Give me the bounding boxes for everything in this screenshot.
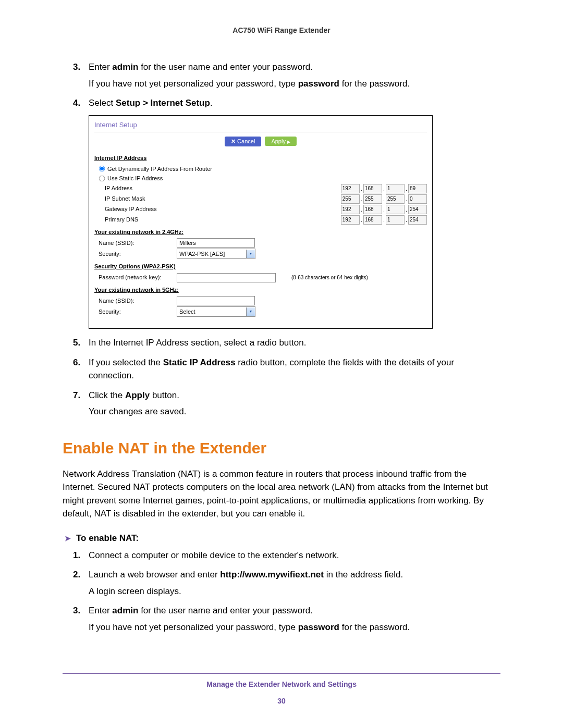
text: Select <box>89 98 116 108</box>
octet[interactable]: 254 <box>408 205 427 214</box>
nat-step-3: 3. Enter admin for the user name and ent… <box>73 604 500 634</box>
step-number: 5. <box>73 336 80 350</box>
step-6: 6. If you selected the Static IP Address… <box>73 356 500 382</box>
procedure-lead: ➤To enable NAT: <box>65 533 500 544</box>
button-label: Cancel <box>237 138 255 144</box>
password-input[interactable] <box>177 273 276 282</box>
chevron-down-icon: ▾ <box>246 250 255 258</box>
text-bold: admin <box>112 606 138 615</box>
triangle-bullet-icon: ➤ <box>65 534 71 542</box>
close-icon: ✕ <box>231 138 236 144</box>
section-header-secopts: Security Options (WPA2-PSK) <box>94 262 427 271</box>
select-value: Select <box>179 307 195 316</box>
text-bold: password <box>298 79 339 89</box>
section-heading-enable-nat: Enable NAT in the Extender <box>63 439 500 457</box>
text: Enter <box>89 606 112 615</box>
text-bold: http://www.mywifiext.net <box>220 570 324 579</box>
step-number: 6. <box>73 356 80 369</box>
octet[interactable]: 254 <box>408 215 427 225</box>
step-note: A login screen displays. <box>89 585 500 598</box>
octet[interactable]: 0 <box>408 194 427 204</box>
internet-setup-screenshot: Internet Setup ✕Cancel Apply▶ Internet I… <box>89 115 433 329</box>
label-subnet-mask: IP Subnet Mask <box>105 194 183 203</box>
radio-label: Use Static IP Address <box>107 174 163 183</box>
octet[interactable]: 89 <box>408 184 427 193</box>
label-ssid-5: Name (SSID): <box>99 297 177 305</box>
divider <box>94 132 427 132</box>
section-header-5ghz: Your existing network in 5GHz: <box>94 286 427 294</box>
octet[interactable]: 192 <box>341 184 360 193</box>
octet[interactable]: 1 <box>386 215 405 225</box>
text: for the password. <box>339 79 410 89</box>
text: Enter <box>89 62 112 72</box>
nat-step-1: 1. Connect a computer or mobile device t… <box>73 549 500 562</box>
step-note: Your changes are saved. <box>89 405 500 418</box>
step-number: 2. <box>73 568 80 582</box>
ssid-24-input[interactable] <box>177 238 255 248</box>
text: If you selected the <box>89 357 163 367</box>
subnet-mask-field[interactable]: 255. 255. 255. 0 <box>341 194 427 204</box>
step-number: 7. <box>73 389 80 402</box>
step-note: If you have not yet personalized your pa… <box>89 621 500 634</box>
octet[interactable]: 255 <box>386 194 405 204</box>
button-label: Apply <box>271 138 286 144</box>
octet[interactable]: 168 <box>363 205 382 214</box>
text: in the address field. <box>324 570 403 579</box>
text: button. <box>150 390 179 400</box>
radio-label: Get Dynamically IP Address From Router <box>107 165 212 174</box>
octet[interactable]: 255 <box>363 194 382 204</box>
chevron-down-icon: ▾ <box>246 307 255 316</box>
page-footer: Manage the Extender Network and Settings… <box>63 673 500 705</box>
text: for the user name and enter your passwor… <box>138 62 313 72</box>
text: In the Internet IP Address section, sele… <box>89 338 306 348</box>
text-bold: Apply <box>125 390 150 400</box>
apply-button[interactable]: Apply▶ <box>265 137 297 146</box>
octet[interactable]: 1 <box>386 205 405 214</box>
section-header-24ghz: Your existing network in 2.4GHz: <box>94 228 427 237</box>
ssid-5-input[interactable] <box>177 296 255 305</box>
text: Click the <box>89 390 125 400</box>
step-5: 5. In the Internet IP Address section, s… <box>73 336 500 350</box>
radio-dynamic-ip[interactable] <box>99 166 105 172</box>
text: If you have not yet personalized your pa… <box>89 622 298 632</box>
text-bold: password <box>298 622 339 632</box>
panel-title: Internet Setup <box>94 120 427 130</box>
label-primary-dns: Primary DNS <box>105 215 183 224</box>
gateway-field[interactable]: 192. 168. 1. 254 <box>341 205 427 214</box>
text: Launch a web browser and enter <box>89 570 220 579</box>
step-number: 3. <box>73 60 80 74</box>
text: for the user name and enter your passwor… <box>138 606 313 615</box>
document-header: AC750 WiFi Range Extender <box>63 26 500 34</box>
step-number: 3. <box>73 604 80 618</box>
octet[interactable]: 168 <box>363 215 382 225</box>
octet[interactable]: 192 <box>341 215 360 225</box>
step-3: 3. Enter admin for the user name and ent… <box>73 60 500 90</box>
cancel-button[interactable]: ✕Cancel <box>225 137 261 146</box>
text: If you have not yet personalized your pa… <box>89 79 298 89</box>
security-5-select[interactable]: Select ▾ <box>177 306 255 317</box>
label-gateway: Gateway IP Address <box>105 205 183 214</box>
radio-static-ip[interactable] <box>99 175 105 181</box>
step-note: If you have not yet personalized your pa… <box>89 77 500 91</box>
text: for the password. <box>339 622 410 632</box>
section-header-ip: Internet IP Address <box>94 154 427 163</box>
password-hint: (8-63 characters or 64 hex digits) <box>291 274 368 281</box>
text-bold: To enable NAT: <box>76 533 139 543</box>
label-security-5: Security: <box>99 307 177 316</box>
text-bold: Setup > Internet Setup <box>116 98 210 108</box>
security-24-select[interactable]: WPA2-PSK [AES] ▾ <box>177 249 255 259</box>
label-ssid-24: Name (SSID): <box>99 239 177 248</box>
octet[interactable]: 1 <box>386 184 405 193</box>
primary-dns-field[interactable]: 192. 168. 1. 254 <box>341 215 427 225</box>
ip-address-field[interactable]: 192. 168. 1. 89 <box>341 184 427 193</box>
text-bold: Static IP Address <box>163 357 236 367</box>
footer-text: Manage the Extender Network and Settings <box>63 680 500 688</box>
octet[interactable]: 192 <box>341 205 360 214</box>
text-bold: admin <box>112 62 138 72</box>
octet[interactable]: 255 <box>341 194 360 204</box>
octet[interactable]: 168 <box>363 184 382 193</box>
text: Connect a computer or mobile device to t… <box>89 550 339 560</box>
page-number: 30 <box>63 697 500 705</box>
play-icon: ▶ <box>287 140 290 144</box>
select-value: WPA2-PSK [AES] <box>179 250 225 258</box>
